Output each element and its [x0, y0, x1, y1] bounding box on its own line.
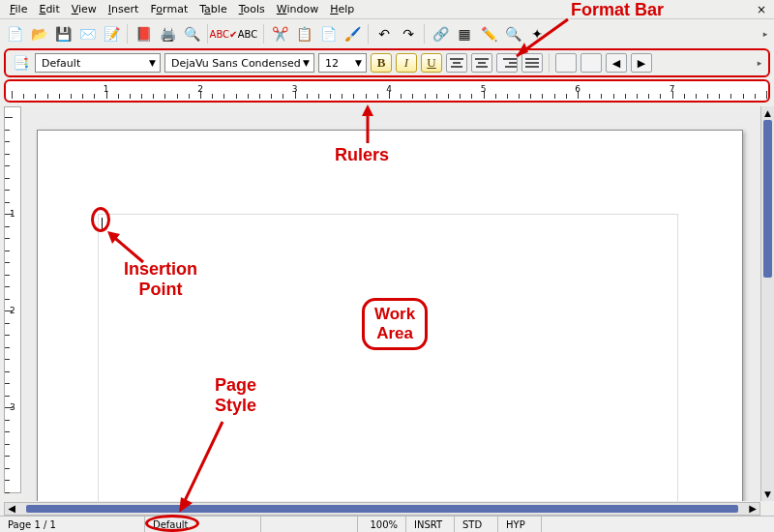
email-icon[interactable]: ✉️ — [76, 23, 98, 44]
menu-insert[interactable]: Insert — [103, 2, 145, 16]
cut-icon[interactable]: ✂️ — [269, 23, 290, 44]
scroll-up-icon[interactable]: ▲ — [761, 106, 774, 120]
toolbar-overflow-icon[interactable]: ▸ — [760, 19, 770, 48]
font-size-value: 12 — [325, 57, 339, 70]
separator — [424, 24, 425, 44]
status-zoom[interactable]: 100% — [358, 517, 406, 532]
horizontal-scrollbar[interactable]: ◀ ▶ — [4, 502, 760, 516]
bullet-list-button[interactable] — [580, 53, 602, 73]
separator — [549, 53, 550, 73]
increase-indent-button[interactable]: ▶ — [631, 53, 652, 73]
paragraph-style-value: Default — [42, 57, 80, 70]
separator — [127, 24, 128, 44]
text-cursor — [102, 218, 103, 231]
pdf-icon[interactable]: 📕 — [133, 23, 154, 44]
separator — [207, 24, 208, 44]
show-draw-icon[interactable]: ✏️ — [478, 23, 499, 44]
menu-tools[interactable]: Tools — [233, 2, 271, 16]
styles-window-icon[interactable]: 📑 — [10, 52, 31, 74]
menu-view[interactable]: View — [66, 2, 103, 16]
page-text-area[interactable] — [98, 214, 678, 501]
save-icon[interactable]: 💾 — [52, 23, 74, 44]
status-bar: Page 1 / 1 Default 100% INSRT STD HYP — [0, 516, 774, 532]
status-hyphenation[interactable]: HYP — [498, 517, 542, 532]
align-left-button[interactable] — [446, 53, 467, 73]
menu-table[interactable]: Table — [194, 2, 232, 16]
scroll-left-icon[interactable]: ◀ — [5, 503, 18, 515]
menu-bar: File Edit View Insert Format Table Tools… — [0, 0, 774, 19]
vertical-ruler[interactable]: 123 — [4, 106, 21, 493]
print-preview-icon[interactable]: 🔍 — [181, 23, 202, 44]
status-blank2 — [542, 517, 774, 532]
vertical-scrollbar[interactable]: ▲ ▼ — [760, 106, 774, 501]
menu-help[interactable]: Help — [324, 2, 360, 16]
hyperlink-icon[interactable]: 🔗 — [430, 23, 451, 44]
font-size-dropdown[interactable]: 12 ▼ — [318, 53, 367, 73]
font-name-value: DejaVu Sans Condensed — [171, 57, 301, 70]
chevron-down-icon: ▼ — [355, 58, 362, 68]
menu-window[interactable]: Window — [271, 2, 324, 16]
underline-button[interactable]: U — [421, 53, 442, 73]
copy-icon[interactable]: 📋 — [293, 23, 314, 44]
status-selection-mode[interactable]: STD — [455, 517, 498, 532]
close-icon[interactable]: × — [753, 3, 770, 16]
status-page: Page 1 / 1 — [0, 517, 145, 532]
separator — [368, 24, 369, 44]
chevron-down-icon: ▼ — [303, 58, 310, 68]
format-paint-icon[interactable]: 🖌️ — [342, 23, 363, 44]
page[interactable] — [37, 130, 743, 501]
status-insert-mode[interactable]: INSRT — [406, 517, 455, 532]
menu-format[interactable]: Format — [144, 2, 194, 16]
menu-file[interactable]: File — [4, 2, 33, 16]
toolbar-overflow-icon[interactable]: ▸ — [755, 48, 764, 77]
table-icon[interactable]: ▦ — [454, 23, 475, 44]
horizontal-ruler[interactable]: // ticks rendered below after data read … — [4, 79, 770, 103]
spellcheck-icon[interactable]: ABC✔ — [213, 23, 234, 44]
align-right-button[interactable] — [496, 53, 518, 73]
scroll-down-icon[interactable]: ▼ — [761, 488, 774, 501]
format-bar: 📑 Default ▼ DejaVu Sans Condensed ▼ 12 ▼… — [4, 48, 770, 77]
find-icon[interactable]: 🔍 — [502, 23, 523, 44]
menu-edit[interactable]: Edit — [33, 2, 65, 16]
paragraph-style-dropdown[interactable]: Default ▼ — [35, 53, 161, 73]
scroll-thumb[interactable] — [26, 505, 738, 513]
status-page-style[interactable]: Default — [145, 517, 261, 532]
decrease-indent-button[interactable]: ◀ — [606, 53, 627, 73]
scroll-thumb[interactable] — [763, 120, 772, 278]
standard-toolbar: 📄 📂 💾 ✉️ 📝 📕 🖨️ 🔍 ABC✔ ABC ✂️ 📋 📄 🖌️ ↶ ↷… — [0, 19, 774, 48]
undo-icon[interactable]: ↶ — [373, 23, 395, 44]
numbered-list-button[interactable] — [555, 53, 577, 73]
new-doc-icon[interactable]: 📄 — [4, 23, 25, 44]
chevron-down-icon: ▼ — [149, 58, 156, 68]
justify-button[interactable] — [521, 53, 543, 73]
font-name-dropdown[interactable]: DejaVu Sans Condensed ▼ — [164, 53, 314, 73]
autospell-icon[interactable]: ABC — [237, 23, 258, 44]
print-icon[interactable]: 🖨️ — [157, 23, 178, 44]
navigator-icon[interactable]: ✦ — [526, 23, 548, 44]
scroll-right-icon[interactable]: ▶ — [746, 503, 759, 515]
bold-button[interactable]: B — [371, 53, 392, 73]
italic-button[interactable]: I — [396, 53, 417, 73]
open-icon[interactable]: 📂 — [28, 23, 49, 44]
edit-doc-icon[interactable]: 📝 — [101, 23, 122, 44]
status-blank — [261, 517, 358, 532]
redo-icon[interactable]: ↷ — [398, 23, 419, 44]
document-work-area[interactable] — [23, 106, 760, 501]
paste-icon[interactable]: 📄 — [317, 23, 339, 44]
align-center-button[interactable] — [471, 53, 492, 73]
separator — [263, 24, 264, 44]
